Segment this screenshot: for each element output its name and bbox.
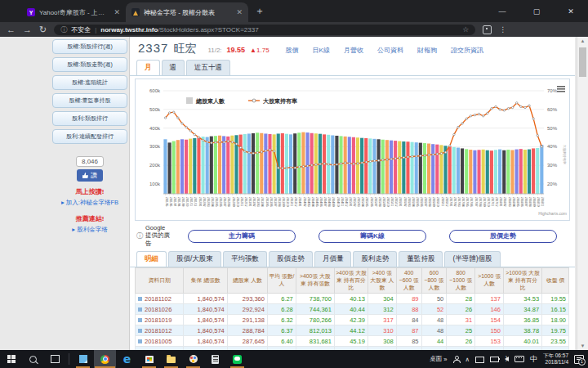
close-button[interactable]: ✕ bbox=[554, 0, 588, 22]
row-marker-icon bbox=[138, 329, 142, 333]
ad-link[interactable]: 籌碼K線 bbox=[318, 230, 426, 243]
back-button[interactable]: ← bbox=[7, 25, 16, 34]
battery-icon[interactable] bbox=[490, 357, 499, 362]
value-cell: 50 bbox=[421, 294, 447, 304]
taskbar-clock[interactable]: 下午 06:57 2018/11/4 bbox=[543, 352, 568, 366]
edge-button[interactable]: e bbox=[116, 350, 138, 368]
table-view-tab[interactable]: 董監持股 bbox=[399, 251, 443, 267]
stock-nav-link[interactable]: 證交所資訊 bbox=[451, 46, 483, 55]
value-cell: 26 bbox=[447, 336, 475, 347]
stock-nav-link[interactable]: 財報狗 bbox=[417, 46, 437, 55]
table-view-tab[interactable]: 平均張數 bbox=[223, 251, 267, 267]
table-view-tab[interactable]: 股利走勢 bbox=[353, 251, 397, 267]
value-cell: 42.39 bbox=[334, 315, 368, 325]
ad-link[interactable]: 股價走勢 bbox=[449, 230, 557, 243]
hidden-icons-chevron[interactable]: ∧ bbox=[465, 356, 470, 363]
table-view-tab[interactable]: 明細 bbox=[136, 251, 167, 267]
extension-icon[interactable] bbox=[483, 25, 492, 34]
sidebar-item[interactable]: 股權:類股走勢(週) bbox=[52, 57, 127, 72]
browser-menu-icon[interactable]: ⋮ bbox=[499, 25, 506, 34]
system-tray: 桌面» ∧ 中 下午 06:57 2018/11/4 1 bbox=[430, 352, 588, 366]
task-view-button[interactable] bbox=[44, 350, 66, 368]
desktop-toolbar[interactable]: 桌面» bbox=[430, 355, 447, 363]
taskbar-search-button[interactable] bbox=[22, 350, 44, 368]
tab-close-icon[interactable]: ✕ bbox=[236, 8, 243, 16]
minimize-button[interactable]: — bbox=[485, 0, 519, 22]
page-scrollbar[interactable]: ▲ ▼ bbox=[577, 37, 588, 350]
paint-button[interactable] bbox=[182, 350, 204, 368]
value-cell: 45.19 bbox=[334, 336, 368, 347]
value-cell: 44 bbox=[421, 336, 447, 347]
svg-text:2017/07: 2017/07 bbox=[474, 197, 478, 207]
people-icon[interactable] bbox=[452, 356, 459, 362]
reload-button[interactable]: ↻ bbox=[39, 25, 47, 34]
value-cell: 6.28 bbox=[267, 304, 296, 315]
network-icon[interactable] bbox=[475, 357, 484, 363]
sidebar-item[interactable]: 股權:進階統計 bbox=[52, 75, 127, 90]
chart-period-tab[interactable]: 週 bbox=[162, 60, 185, 75]
stock-nav-link[interactable]: 日K線 bbox=[313, 46, 330, 55]
chrome-icon bbox=[100, 355, 109, 364]
chart-period-tab[interactable]: 近五十週 bbox=[186, 60, 230, 75]
sticky-notes-button[interactable] bbox=[72, 350, 94, 368]
sidebar-item[interactable]: 股利:連續配發排行 bbox=[52, 129, 127, 144]
touch-keyboard-icon[interactable] bbox=[514, 356, 524, 362]
shareholders-chart[interactable]: 600k70%500k60%400k50%300k40%200k30%100k2… bbox=[136, 79, 570, 218]
svg-text:2015/06: 2015/06 bbox=[370, 197, 373, 207]
info-icon[interactable]: ⓘ bbox=[136, 231, 143, 240]
scroll-up-icon[interactable]: ▲ bbox=[577, 38, 588, 43]
speaker-icon[interactable] bbox=[505, 357, 509, 361]
bookmark-star-icon[interactable]: ☆ bbox=[462, 25, 469, 34]
maximize-button[interactable]: ▢ bbox=[519, 0, 554, 22]
svg-text:2017/05: 2017/05 bbox=[466, 197, 469, 207]
sidebar-item[interactable]: 股權:類股排行(週) bbox=[52, 39, 127, 54]
sidebar-item[interactable]: 股利:類股排行 bbox=[52, 111, 127, 126]
svg-text:2011/10: 2011/10 bbox=[185, 197, 189, 207]
browser-tab-yahoo[interactable]: Y Yahoo!奇摩股市 - 上市成交值排 ✕ bbox=[21, 2, 126, 22]
svg-text:2018/11: 2018/11 bbox=[541, 197, 544, 207]
sidebar-item[interactable]: 股權:董監事持股 bbox=[52, 93, 127, 108]
ad-link[interactable]: 主力籌碼 bbox=[188, 230, 296, 243]
svg-text:2017/10: 2017/10 bbox=[487, 197, 490, 207]
tab-close-icon[interactable]: ✕ bbox=[114, 8, 120, 16]
calculator-button[interactable] bbox=[204, 350, 226, 368]
stock-nav-link[interactable]: 月營收 bbox=[344, 46, 363, 55]
new-tab-button[interactable]: ＋ bbox=[255, 4, 265, 18]
browser-tab-pyramid-active[interactable]: 神秘金字塔 - 股權分散表 ✕ bbox=[126, 2, 248, 22]
table-view-tab[interactable]: (半導體)個股 bbox=[444, 251, 500, 267]
svg-text:大股東持有率: 大股東持有率 bbox=[562, 145, 567, 164]
value-cell: 738,700 bbox=[296, 294, 334, 304]
scrollbar-thumb[interactable] bbox=[579, 47, 586, 77]
date-cell: 20181026 bbox=[136, 304, 184, 315]
svg-text:2011/07: 2011/07 bbox=[173, 197, 176, 207]
dividend-pyramid-link[interactable]: ▸ 股利金字塔 bbox=[51, 226, 129, 234]
ad-links: 主力籌碼籌碼K線股價走勢 bbox=[176, 230, 568, 243]
line-app-button[interactable] bbox=[226, 350, 248, 368]
action-center-icon[interactable]: 1 bbox=[574, 355, 584, 364]
chart-period-tab[interactable]: 月 bbox=[136, 60, 160, 75]
svg-text:2015/03: 2015/03 bbox=[357, 197, 360, 207]
value-cell: 23.55 bbox=[542, 336, 569, 347]
not-secure-icon[interactable]: ⓘ bbox=[60, 25, 67, 34]
table-view-tab[interactable]: 股價走勢 bbox=[269, 251, 313, 267]
calculator-icon bbox=[212, 355, 219, 364]
fb-like-button[interactable]: 讚 bbox=[77, 169, 103, 182]
table-view-tab[interactable]: 月價量 bbox=[314, 251, 352, 267]
address-bar[interactable]: ⓘ 不安全 | norway.twsthr.info/StockHolders.… bbox=[54, 25, 475, 35]
chrome-button[interactable] bbox=[94, 350, 116, 368]
ime-indicator[interactable]: 中 bbox=[530, 354, 537, 365]
fb-join-link[interactable]: ▸ 加入:神秘金字塔FB bbox=[51, 199, 129, 207]
stock-nav-link[interactable]: 公司資料 bbox=[377, 46, 403, 55]
stock-nav-link[interactable]: 股價 bbox=[286, 46, 299, 55]
svg-text:2013/07: 2013/07 bbox=[274, 197, 277, 207]
store-button[interactable] bbox=[138, 350, 160, 368]
scroll-down-icon[interactable]: ▼ bbox=[577, 343, 588, 348]
window-controls: — ▢ ✕ bbox=[485, 0, 588, 22]
forward-button[interactable]: → bbox=[23, 25, 32, 34]
page-content: 股權:類股排行(週)股權:類股走勢(週)股權:進階統計股權:董監事持股股利:類股… bbox=[0, 37, 588, 350]
file-explorer-button[interactable] bbox=[160, 350, 182, 368]
start-button[interactable] bbox=[0, 350, 22, 368]
table-view-tab[interactable]: 股價/大股東 bbox=[168, 251, 221, 267]
edge-icon: e bbox=[123, 353, 131, 365]
thumb-up-icon bbox=[82, 173, 88, 178]
